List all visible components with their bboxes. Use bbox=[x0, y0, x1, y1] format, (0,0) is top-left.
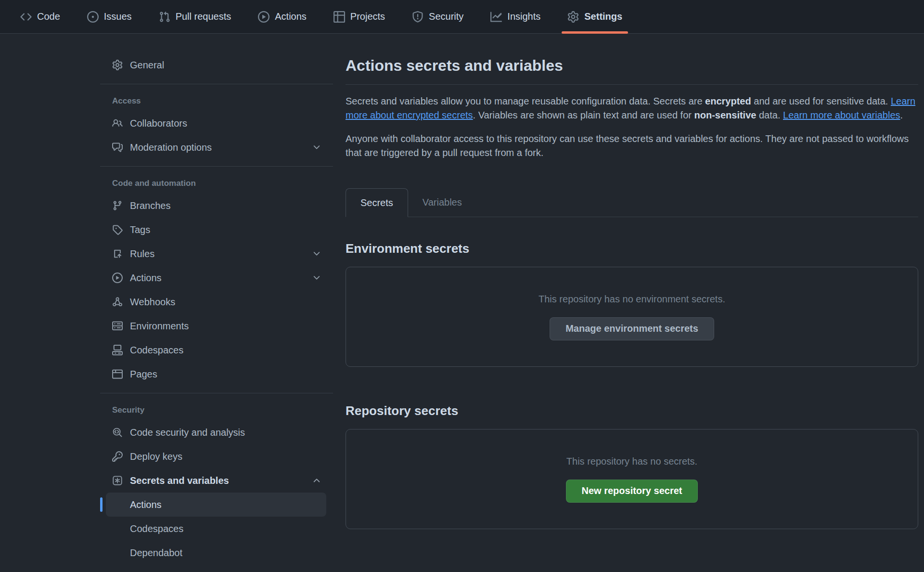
tab-variables[interactable]: Variables bbox=[408, 188, 476, 217]
sidebar-item-environments[interactable]: Environments bbox=[106, 314, 326, 338]
tab-label: Issues bbox=[104, 11, 132, 22]
tab-pull-requests[interactable]: Pull requests bbox=[153, 0, 237, 33]
gear-icon bbox=[112, 60, 123, 70]
key-asterisk-icon bbox=[112, 475, 123, 486]
sidebar-item-label: Codespaces bbox=[130, 345, 183, 356]
tab-secrets[interactable]: Secrets bbox=[346, 188, 408, 217]
rules-icon bbox=[112, 248, 123, 259]
sidebar-item-tags[interactable]: Tags bbox=[106, 218, 326, 242]
key-icon bbox=[112, 451, 123, 462]
sidebar-item-label: Moderation options bbox=[130, 142, 212, 153]
browser-icon bbox=[112, 369, 123, 379]
sidebar-subitem-actions[interactable]: Actions bbox=[106, 493, 326, 517]
issue-opened-icon bbox=[87, 11, 99, 23]
sidebar-item-general[interactable]: General bbox=[106, 53, 326, 77]
intro-paragraph: Secrets and variables allow you to manag… bbox=[346, 94, 918, 122]
sidebar-item-label: Code security and analysis bbox=[130, 427, 245, 438]
tab-settings[interactable]: Settings bbox=[562, 0, 628, 33]
sidebar-section-security: Security bbox=[106, 400, 326, 420]
main-content: Actions secrets and variables Secrets an… bbox=[346, 34, 918, 529]
divider bbox=[100, 166, 333, 167]
repository-secrets-heading: Repository secrets bbox=[346, 403, 918, 418]
play-icon bbox=[258, 11, 270, 23]
sidebar-item-label: Webhooks bbox=[130, 297, 175, 308]
environment-secrets-heading: Environment secrets bbox=[346, 241, 918, 256]
webhook-icon bbox=[112, 297, 123, 307]
sidebar-item-rules[interactable]: Rules bbox=[106, 242, 326, 266]
people-icon bbox=[112, 118, 123, 129]
tab-insights[interactable]: Insights bbox=[485, 0, 546, 33]
text: and are used for sensitive data. bbox=[751, 96, 891, 106]
codescan-icon bbox=[112, 427, 123, 438]
environment-secrets-empty-text: This repository has no environment secre… bbox=[539, 294, 725, 305]
chevron-down-icon bbox=[312, 273, 321, 283]
sidebar-item-code-security[interactable]: Code security and analysis bbox=[106, 420, 326, 444]
secrets-variables-tabs: Secrets Variables bbox=[346, 188, 918, 217]
tab-issues[interactable]: Issues bbox=[81, 0, 138, 33]
collaborator-paragraph: Anyone with collaborator access to this … bbox=[346, 132, 918, 160]
sidebar-subitem-codespaces[interactable]: Codespaces bbox=[106, 517, 326, 541]
tab-actions[interactable]: Actions bbox=[252, 0, 312, 33]
graph-icon bbox=[490, 11, 502, 23]
sidebar-item-branches[interactable]: Branches bbox=[106, 194, 326, 218]
sidebar-item-secrets-and-variables[interactable]: Secrets and variables bbox=[106, 468, 326, 493]
divider bbox=[346, 84, 918, 85]
chevron-down-icon bbox=[312, 249, 321, 259]
comment-discussion-icon bbox=[112, 142, 123, 153]
tab-security[interactable]: Security bbox=[406, 0, 469, 33]
settings-sidebar: General Access Collaborators Moderation … bbox=[100, 34, 333, 565]
codespaces-icon bbox=[112, 345, 123, 355]
repository-secrets-empty-text: This repository has no secrets. bbox=[566, 456, 697, 467]
new-repository-secret-button[interactable]: New repository secret bbox=[566, 480, 698, 503]
tab-label: Security bbox=[429, 11, 463, 22]
text: . bbox=[900, 110, 903, 120]
sidebar-item-label: Pages bbox=[130, 369, 157, 380]
sidebar-item-webhooks[interactable]: Webhooks bbox=[106, 290, 326, 314]
git-branch-icon bbox=[112, 200, 123, 211]
sidebar-subitem-dependabot[interactable]: Dependabot bbox=[106, 541, 326, 565]
sidebar-item-label: Deploy keys bbox=[130, 451, 182, 462]
sidebar-item-actions[interactable]: Actions bbox=[106, 266, 326, 290]
sidebar-item-codespaces[interactable]: Codespaces bbox=[106, 338, 326, 362]
gear-icon bbox=[567, 11, 579, 23]
server-icon bbox=[112, 321, 123, 331]
sidebar-item-deploy-keys[interactable]: Deploy keys bbox=[106, 444, 326, 468]
sidebar-item-moderation-options[interactable]: Moderation options bbox=[106, 135, 326, 159]
sidebar-item-collaborators[interactable]: Collaborators bbox=[106, 111, 326, 135]
tab-label: Insights bbox=[507, 11, 540, 22]
repo-tab-nav: Code Issues Pull requests Actions Projec… bbox=[0, 0, 924, 34]
sidebar-item-label: Dependabot bbox=[130, 547, 182, 559]
tab-projects[interactable]: Projects bbox=[328, 0, 391, 33]
divider bbox=[100, 393, 333, 393]
sidebar-item-label: Secrets and variables bbox=[130, 475, 229, 486]
tab-label: Projects bbox=[350, 11, 385, 22]
sidebar-item-label: Rules bbox=[130, 248, 154, 260]
sidebar-item-pages[interactable]: Pages bbox=[106, 362, 326, 386]
text: . Variables are shown as plain text and … bbox=[473, 110, 694, 120]
environment-secrets-empty-box: This repository has no environment secre… bbox=[346, 267, 918, 367]
divider bbox=[100, 84, 333, 84]
sidebar-item-label: Actions bbox=[130, 273, 162, 284]
tab-label: Actions bbox=[275, 11, 307, 22]
project-icon bbox=[334, 11, 345, 23]
sidebar-section-code-automation: Code and automation bbox=[106, 173, 326, 194]
tag-icon bbox=[112, 224, 123, 235]
sidebar-item-label: Tags bbox=[130, 224, 150, 235]
sidebar-item-label: Environments bbox=[130, 321, 189, 332]
tab-code[interactable]: Code bbox=[14, 0, 66, 33]
shield-icon bbox=[412, 11, 424, 23]
text: data. bbox=[756, 110, 783, 120]
chevron-down-icon bbox=[312, 143, 321, 152]
inline-link[interactable]: Learn more about variables bbox=[783, 110, 900, 120]
play-icon bbox=[112, 273, 123, 283]
sidebar-item-label: Codespaces bbox=[130, 523, 183, 534]
sidebar-item-label: Branches bbox=[130, 200, 171, 211]
sidebar-item-label: Actions bbox=[130, 499, 162, 510]
page-title: Actions secrets and variables bbox=[346, 57, 918, 75]
git-pull-request-icon bbox=[159, 11, 170, 23]
sidebar-item-label: General bbox=[130, 60, 164, 71]
bold-text: non-sensitive bbox=[694, 110, 757, 120]
code-icon bbox=[20, 11, 32, 23]
sidebar-section-access: Access bbox=[106, 91, 326, 111]
manage-environment-secrets-button[interactable]: Manage environment secrets bbox=[550, 317, 714, 340]
